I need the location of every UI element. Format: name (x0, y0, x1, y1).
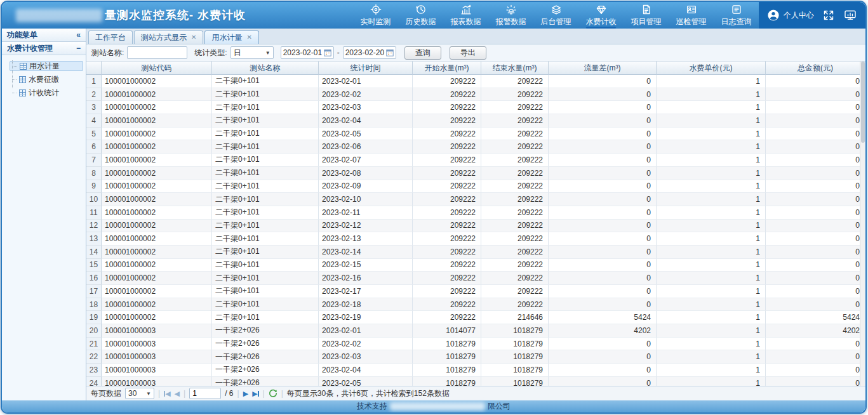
table-row[interactable]: 6 100001000002 二干渠0+101 2023-02-06 20922… (86, 140, 865, 154)
last-page-button[interactable]: ▶ (252, 390, 258, 398)
cell-total-amount: 0 (766, 377, 865, 386)
cell-end-volume: 209222 (481, 88, 549, 102)
scrollbar-thumb[interactable] (861, 62, 865, 143)
close-icon[interactable]: ✕ (191, 34, 196, 41)
cell-station-code: 100001000002 (102, 167, 212, 180)
header-flow-diff[interactable]: 流量差(m³) (549, 62, 657, 75)
tab-station-display[interactable]: 测站方式显示 ✕ (134, 30, 203, 44)
fullscreen-icon[interactable] (822, 9, 835, 22)
nav-item-log-query[interactable]: 日志查询 (714, 2, 759, 29)
cell-unit-price: 1 (657, 272, 766, 285)
page-size-select[interactable]: 30 ▼ (125, 388, 154, 399)
table-row[interactable]: 22 100001000003 一干渠2+026 2023-02-03 1018… (86, 350, 865, 364)
table-row[interactable]: 11 100001000002 二干渠0+101 2023-02-11 2092… (86, 206, 865, 220)
table-row[interactable]: 7 100001000002 二干渠0+101 2023-02-07 20922… (86, 154, 865, 167)
table-row[interactable]: 21 100001000003 一干渠2+026 2023-02-02 1018… (86, 338, 865, 351)
date-from-field[interactable]: 2023-02-01 (281, 46, 334, 59)
cell-flow-diff: 0 (549, 338, 657, 351)
cell-station-code: 100001000002 (102, 259, 212, 272)
close-icon[interactable]: ✕ (246, 34, 251, 41)
cell-flow-diff: 0 (549, 128, 657, 141)
table-row[interactable]: 20 100001000003 一干渠2+026 2023-02-01 1014… (86, 324, 865, 338)
table-row[interactable]: 4 100001000002 二干渠0+101 2023-02-04 20922… (86, 114, 865, 128)
cell-station-name: 二干渠0+101 (212, 259, 319, 272)
cell-start-volume: 209222 (413, 272, 481, 285)
prev-page-button[interactable]: ◀ (175, 390, 180, 398)
nav-item-history-data[interactable]: 历史数据 (398, 2, 443, 29)
sidebar-item-water-metering[interactable]: 用水计量 (10, 61, 83, 71)
sidebar-item-collection-stats[interactable]: 计收统计 (10, 88, 83, 98)
table-row[interactable]: 12 100001000002 二干渠0+101 2023-02-12 2092… (86, 220, 865, 233)
group-collapse-icon[interactable]: − (76, 44, 81, 53)
table-row[interactable]: 18 100001000002 二干渠0+101 2023-02-18 2092… (86, 298, 865, 312)
tab-workbench[interactable]: 工作平台 (88, 30, 133, 44)
table-row[interactable]: 19 100001000002 二干渠0+101 2023-02-19 2092… (86, 311, 865, 324)
table-row[interactable]: 3 100001000002 二干渠0+101 2023-02-03 20922… (86, 101, 865, 114)
sidebar-collapse-icon[interactable]: « (76, 30, 81, 39)
first-page-button[interactable]: ◀ (164, 390, 170, 398)
header-start-volume[interactable]: 开始水量(m³) (413, 62, 481, 75)
table-row[interactable]: 9 100001000002 二干渠0+101 2023-02-09 20922… (86, 180, 865, 194)
cell-index: 7 (86, 154, 102, 167)
monitor-icon[interactable] (843, 9, 857, 22)
table-row[interactable]: 8 100001000002 二干渠0+101 2023-02-08 20922… (86, 167, 865, 180)
cell-flow-diff: 0 (549, 259, 657, 272)
cell-total-amount: 0 (766, 338, 865, 351)
sidebar-tree: 用水计量 水费征缴 计收统计 (2, 55, 86, 101)
table-row[interactable]: 16 100001000002 二干渠0+101 2023-02-16 2092… (86, 272, 865, 285)
table-row[interactable]: 10 100001000002 二干渠0+101 2023-02-10 2092… (86, 193, 865, 206)
table-row[interactable]: 2 100001000002 二干渠0+101 2023-02-02 20922… (86, 88, 865, 102)
sidebar-item-fee-collection[interactable]: 水费征缴 (10, 74, 83, 84)
cell-total-amount: 0 (766, 285, 865, 298)
header-stat-time[interactable]: 统计时间 (319, 62, 413, 75)
inspection-card-icon (686, 4, 697, 15)
profile-button[interactable]: 个人中心 (767, 9, 814, 22)
nav-item-backend-admin[interactable]: 后台管理 (533, 2, 578, 29)
table-row[interactable]: 17 100001000002 二干渠0+101 2023-02-17 2092… (86, 285, 865, 298)
page-number-input[interactable] (189, 388, 221, 399)
query-button[interactable]: 查询 (404, 46, 441, 60)
cell-start-volume: 209222 (413, 114, 481, 128)
stat-type-select[interactable]: 日 ▼ (230, 46, 274, 59)
header-unit-price[interactable]: 水费单价(元) (657, 62, 766, 75)
table-row[interactable]: 23 100001000003 一干渠2+026 2023-02-04 1018… (86, 364, 865, 377)
cell-end-volume: 209222 (481, 75, 549, 88)
table-row[interactable]: 14 100001000002 二干渠0+101 2023-02-14 2092… (86, 246, 865, 259)
cell-station-name: 二干渠0+101 (212, 128, 319, 141)
header-total-amount[interactable]: 总金额(元) (766, 62, 865, 75)
nav-item-project-mgmt[interactable]: 项目管理 (624, 2, 669, 29)
sidebar-group-header[interactable]: 水费计收管理 − (2, 42, 86, 55)
cell-end-volume: 209222 (481, 272, 549, 285)
cell-station-code: 100001000002 (102, 180, 212, 194)
station-name-input[interactable] (127, 46, 187, 59)
cell-total-amount: 0 (766, 350, 865, 364)
support-prefix: 技术支持 (357, 401, 387, 412)
next-page-button[interactable]: ▶ (243, 390, 248, 398)
pagination-bar: 每页数据 30 ▼ | ◀ ◀ | / 6 | ▶ ▶ | | 每页显示 (86, 386, 865, 400)
date-to-field[interactable]: 2023-02-20 (343, 46, 396, 59)
header-end-volume[interactable]: 结束水量(m³) (481, 62, 549, 75)
cell-stat-time: 2023-02-17 (319, 285, 413, 298)
table-row[interactable]: 5 100001000002 二干渠0+101 2023-02-05 20922… (86, 128, 865, 141)
cell-start-volume: 209222 (413, 193, 481, 206)
table-row[interactable]: 24 100001000003 一干渠2+026 2023-02-05 1018… (86, 377, 865, 386)
nav-item-alarm-data[interactable]: 报警数据 (488, 2, 533, 29)
vertical-scrollbar[interactable] (860, 62, 865, 386)
nav-item-report-data[interactable]: 报表数据 (443, 2, 488, 29)
cell-flow-diff: 0 (549, 364, 657, 377)
header-station-name[interactable]: 测站名称 (212, 62, 319, 75)
export-button[interactable]: 导出 (450, 46, 486, 60)
table-row[interactable]: 13 100001000002 二干渠0+101 2023-02-13 2092… (86, 232, 865, 246)
header-station-code[interactable]: 测站代码 (102, 62, 212, 75)
tab-water-metering[interactable]: 用水计量 ✕ (204, 30, 258, 44)
nav-item-realtime-monitor[interactable]: 实时监测 (353, 2, 398, 29)
cell-station-name: 一干渠2+026 (212, 324, 319, 338)
cell-stat-time: 2023-02-05 (319, 128, 413, 141)
table-row[interactable]: 1 100001000002 二干渠0+101 2023-02-01 20922… (86, 75, 865, 88)
table-row[interactable]: 15 100001000002 二干渠0+101 2023-02-15 2092… (86, 259, 865, 272)
nav-item-inspection-mgmt[interactable]: 巡检管理 (669, 2, 714, 29)
cell-end-volume: 209222 (481, 232, 549, 246)
nav-item-water-fee[interactable]: 水费计收 (578, 2, 624, 29)
stat-type-label: 统计类型: (194, 48, 227, 58)
refresh-icon[interactable] (269, 389, 277, 398)
